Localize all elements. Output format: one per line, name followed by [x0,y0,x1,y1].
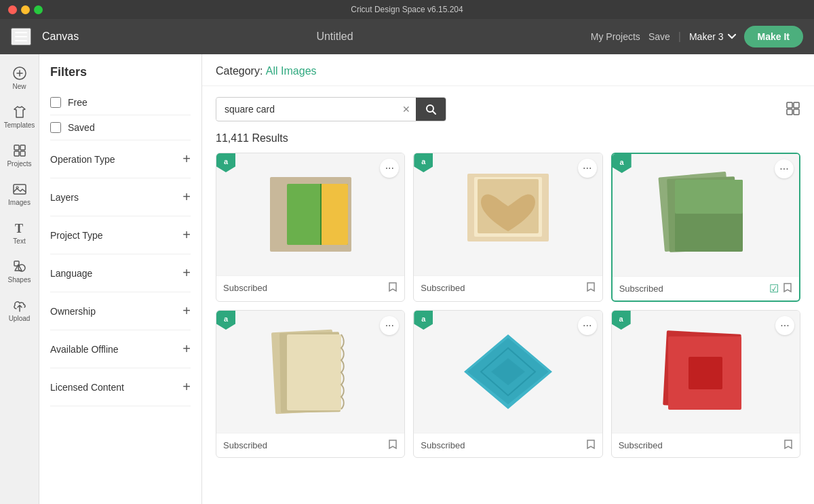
sidebar-item-images[interactable]: Images [0,176,39,212]
svg-rect-4 [20,145,25,150]
free-filter-row: Free [50,90,191,115]
operation-type-filter[interactable]: Operation Type + [50,140,191,178]
svg-text:T: T [15,222,23,235]
image-card-2-bookmark-button[interactable] [586,282,596,294]
image-card-6-bookmark-button[interactable] [783,439,793,452]
image-card-4[interactable]: a ··· Subscribed [216,310,405,458]
project-type-filter[interactable]: Project Type + [50,216,191,254]
saved-checkbox[interactable] [50,122,61,133]
sidebar-item-shapes[interactable]: Shapes [0,253,39,289]
sidebar-item-upload[interactable]: Upload [0,292,39,328]
layers-label: Layers [50,192,79,203]
image-card-5[interactable]: a ··· Subscribed [413,310,602,458]
available-offline-expand-icon: + [182,341,191,357]
bookmark-icon-3 [783,282,792,293]
image-card-2-label: Subscribed [421,283,465,293]
category-value: All Images [266,65,317,77]
licensed-content-label: Licensed Content [50,382,124,393]
licensed-content-expand-icon: + [182,379,191,395]
svg-rect-22 [321,184,348,245]
search-input[interactable] [216,98,397,120]
svg-rect-18 [787,109,792,115]
saved-label[interactable]: Saved [68,122,95,133]
image-card-1-more-button[interactable]: ··· [380,159,399,178]
minimize-traffic-light[interactable] [21,5,30,14]
image-card-3-more-button[interactable]: ··· [775,159,794,178]
available-offline-filter[interactable]: Available Offline + [50,330,191,368]
project-type-label: Project Type [50,230,103,241]
svg-rect-5 [14,151,19,156]
image-card-6-thumbnail [651,324,760,419]
fullscreen-traffic-light[interactable] [34,5,43,14]
sidebar-item-upload-label: Upload [9,315,31,322]
image-card-6-label: Subscribed [619,440,663,450]
free-label[interactable]: Free [68,97,88,108]
results-count: 11,411 Results [202,132,814,153]
image-card-5-label: Subscribed [421,440,465,450]
make-it-button[interactable]: Make It [744,26,803,47]
image-card-5-bookmark-button[interactable] [586,439,596,452]
sidebar-item-templates[interactable]: Templates [0,98,39,134]
card-3-actions: ☑ [769,282,792,295]
sidebar-item-projects[interactable]: Projects [0,137,39,173]
main-layout: New Templates Projects [0,54,814,504]
shirt-icon [12,104,28,120]
ownership-filter[interactable]: Ownership + [50,292,191,330]
close-traffic-light[interactable] [8,5,17,14]
image-card-5-thumbnail [454,324,562,419]
image-card-4-header: a ··· [216,311,404,433]
hamburger-button[interactable] [11,28,31,45]
canvas-label: Canvas [42,31,79,43]
sidebar-item-new[interactable]: New [0,60,39,96]
search-go-button[interactable] [416,98,446,121]
sidebar-item-text[interactable]: T Text [0,214,39,250]
image-card-3[interactable]: a ··· Subscribed ☑ [611,153,800,302]
operation-type-expand-icon: + [182,151,191,167]
grid-view-icon [786,101,800,116]
image-card-6-badge: a [612,311,631,330]
selected-checkmark-icon: ☑ [769,282,779,295]
filters-panel: Filters Free Saved Operation Type + Laye… [39,54,202,504]
sidebar-item-images-label: Images [8,199,31,206]
image-grid: a ··· Subscribed [202,153,814,504]
content-header: Category: All Images [202,54,814,86]
save-button[interactable]: Save [648,31,670,42]
saved-filter-row: Saved [50,115,191,140]
image-card-3-bookmark-button[interactable] [783,282,792,295]
project-type-expand-icon: + [182,227,191,243]
document-title[interactable]: Untitled [90,31,580,43]
svg-rect-30 [675,180,743,214]
licensed-content-filter[interactable]: Licensed Content + [50,368,191,406]
search-bar-container: ✕ [202,86,814,132]
image-card-4-more-button[interactable]: ··· [380,316,399,335]
search-icon [425,104,436,115]
sidebar-item-templates-label: Templates [4,121,35,129]
free-checkbox[interactable] [50,97,61,108]
category-label: Category: All Images [216,65,317,77]
image-card-5-more-button[interactable]: ··· [578,316,597,335]
image-card-2[interactable]: a ··· Subscribed [413,153,602,302]
grid-view-button[interactable] [786,101,800,118]
layers-filter[interactable]: Layers + [50,178,191,216]
image-card-6[interactable]: a ··· Subscribed [611,310,800,458]
image-card-1-bookmark-button[interactable] [388,282,398,294]
image-card-2-more-button[interactable]: ··· [578,159,597,178]
image-card-1[interactable]: a ··· Subscribed [216,153,405,302]
image-card-2-badge: a [414,153,433,172]
search-clear-button[interactable]: ✕ [397,104,416,115]
svg-line-15 [433,111,435,114]
language-filter[interactable]: Language + [50,254,191,292]
image-card-5-badge: a [414,311,433,330]
my-projects-button[interactable]: My Projects [591,31,640,42]
shapes-icon [12,258,28,275]
top-nav: Canvas Untitled My Projects Save | Maker… [0,19,814,54]
image-card-4-footer: Subscribed [216,433,404,457]
image-card-6-more-button[interactable]: ··· [775,316,794,335]
machine-name: Maker 3 [689,31,724,42]
traffic-lights [8,5,43,14]
image-card-4-bookmark-button[interactable] [388,439,398,452]
title-bar: Cricut Design Space v6.15.204 [0,0,814,19]
machine-selector[interactable]: Maker 3 [689,31,736,42]
sidebar-item-text-label: Text [13,237,25,245]
bookmark-icon-6 [783,439,793,450]
